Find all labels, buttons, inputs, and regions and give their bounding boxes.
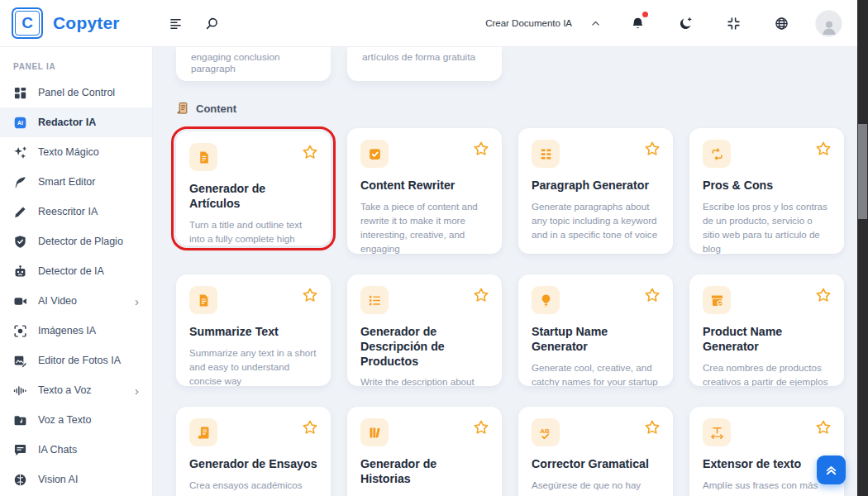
- ai-chip-icon: AI: [13, 116, 27, 130]
- sidebar-item-label: Detector de IA: [38, 265, 104, 277]
- image-scan-icon: [13, 324, 27, 338]
- tool-card-product-name-generator[interactable]: Product Name GeneratorCrea nombres de pr…: [689, 274, 844, 386]
- sidebar-item-label: Editor de Fotos IA: [38, 355, 121, 366]
- text-width-icon: [703, 418, 731, 446]
- sparkles-icon: [13, 145, 27, 160]
- chevron-up-icon[interactable]: [587, 15, 603, 31]
- sidebar-item-label: Panel de Control: [38, 87, 115, 98]
- sidebar: PANEL IA Panel de ControlAIRedactor IATe…: [0, 47, 153, 496]
- checklist-icon: [360, 286, 389, 314]
- tool-card-generador-de-historias[interactable]: Generador de HistoriasPermita que la IA …: [347, 407, 502, 496]
- sidebar-item-voz-a-texto[interactable]: Voz a Texto: [0, 405, 152, 435]
- user-avatar[interactable]: [815, 10, 842, 37]
- tool-card-description: Permita que la IA genere historias creat…: [360, 493, 489, 496]
- essay-scroll-icon: [189, 418, 217, 446]
- tool-card-title: Pros & Cons: [703, 179, 831, 193]
- brand-name: Copyter: [53, 13, 120, 33]
- svg-text:AI: AI: [17, 120, 23, 126]
- favorite-star-icon[interactable]: [473, 287, 489, 303]
- paragraph-icon: [532, 140, 560, 168]
- create-document-button[interactable]: Crear Documento IA: [485, 18, 572, 28]
- menu-icon[interactable]: [161, 9, 189, 37]
- favorite-star-icon[interactable]: [473, 141, 489, 157]
- partial-card-text: artículos de forma gratuita: [362, 51, 475, 63]
- tool-card-corrector-gramatical[interactable]: ABCorrector GramaticalAsegúrese de que n…: [518, 407, 673, 496]
- sidebar-item-label: Voz a Texto: [38, 414, 91, 426]
- favorite-star-icon[interactable]: [815, 419, 832, 436]
- sidebar-item-panel-de-control[interactable]: Panel de Control: [0, 78, 152, 107]
- sidebar-item-label: Imágenes IA: [38, 325, 96, 336]
- tool-card-description: Crea nombres de productos creativos a pa…: [703, 360, 831, 387]
- pencil-icon: [13, 205, 27, 219]
- tool-card-title: Summarize Text: [189, 325, 317, 340]
- shield-check-icon: [13, 235, 27, 249]
- tool-card-summarize-text[interactable]: Summarize TextSummarize any text in a sh…: [176, 274, 331, 386]
- sidebar-item-redactor-ia[interactable]: AIRedactor IA: [0, 107, 152, 137]
- sidebar-section-label: PANEL IA: [13, 62, 152, 71]
- favorite-star-icon[interactable]: [302, 144, 318, 160]
- tool-card-generador-de-descripci-n-de-productos[interactable]: Generador de Descripción de ProductosWri…: [347, 274, 502, 386]
- video-icon: [13, 294, 27, 308]
- sidebar-item-detector-de-ia[interactable]: Detector de IA: [0, 256, 152, 286]
- page-scrollbar[interactable]: [857, 0, 868, 496]
- sidebar-item-reescritor-ia[interactable]: Reescritor IA: [0, 197, 152, 227]
- sidebar-item-vision-ai[interactable]: Vision AI: [0, 465, 152, 494]
- sidebar-item-detector-de-plagio[interactable]: Detector de Plagio: [0, 227, 152, 256]
- favorite-star-icon[interactable]: [644, 419, 661, 436]
- tool-card-description: Generate paragraphs about any topic incl…: [532, 199, 660, 241]
- sidebar-item-im-genes-ia[interactable]: Imágenes IA: [0, 316, 152, 346]
- double-chevron-up-icon: [824, 463, 838, 477]
- swap-arrows-icon: [703, 140, 731, 168]
- favorite-star-icon[interactable]: [815, 141, 832, 157]
- tool-card-generador-de-art-culos[interactable]: Generador de ArtículosTurn a title and o…: [176, 131, 331, 246]
- article-icon: [189, 143, 217, 171]
- waveform-icon: [13, 384, 27, 398]
- notification-dot: [642, 12, 648, 17]
- sidebar-item-texto-m-gico[interactable]: Texto Mágico: [0, 137, 152, 167]
- tool-card-paragraph-generator[interactable]: Paragraph GeneratorGenerate paragraphs a…: [518, 128, 673, 254]
- tool-card-title: Generador de Descripción de Productos: [360, 325, 489, 369]
- favorite-star-icon[interactable]: [302, 287, 318, 303]
- scrollbar-thumb[interactable]: [858, 124, 867, 219]
- photo-editor-icon: [13, 354, 27, 368]
- favorite-star-icon[interactable]: [644, 287, 661, 303]
- brand-logo[interactable]: C Copyter: [0, 7, 153, 39]
- favorite-star-icon[interactable]: [473, 419, 489, 436]
- tool-card-generador-de-ensayos[interactable]: Generador de EnsayosCrea ensayos académi…: [176, 407, 331, 496]
- partial-card[interactable]: engaging conclusion paragraph: [176, 47, 331, 81]
- tool-card-pros-cons[interactable]: Pros & ConsEscribe los pros y los contra…: [689, 128, 844, 254]
- sidebar-item-label: Texto a Voz: [38, 384, 92, 396]
- svg-text:AB: AB: [540, 427, 550, 434]
- sidebar-item-smart-editor[interactable]: Smart Editor: [0, 167, 152, 197]
- tool-card-content-rewriter[interactable]: Content RewriterTake a piece of content …: [347, 128, 502, 254]
- bell-icon[interactable]: [623, 9, 651, 37]
- scroll-to-top-button[interactable]: [817, 455, 846, 484]
- tool-card-startup-name-generator[interactable]: Startup Name GeneratorGenerate cool, cre…: [518, 274, 673, 386]
- sidebar-item-label: Texto Mágico: [38, 146, 99, 158]
- search-icon[interactable]: [198, 9, 226, 37]
- sidebar-item-texto-a-voz[interactable]: Texto a Voz›: [0, 375, 152, 405]
- favorite-star-icon[interactable]: [815, 287, 832, 303]
- moon-icon[interactable]: [671, 9, 699, 37]
- partial-card[interactable]: artículos de forma gratuita: [347, 47, 502, 81]
- tool-card-title: Corrector Gramatical: [532, 457, 660, 472]
- logo-letter: C: [15, 11, 40, 36]
- favorite-star-icon[interactable]: [644, 141, 661, 157]
- sidebar-item-ai-video[interactable]: AI Video›: [0, 286, 152, 316]
- tool-card-title: Generador de Artículos: [189, 182, 317, 212]
- compress-icon[interactable]: [719, 9, 747, 37]
- sidebar-item-ia-chats[interactable]: IA Chats: [0, 435, 152, 465]
- sidebar-item-label: Reescritor IA: [38, 206, 98, 217]
- sidebar-items: Panel de ControlAIRedactor IATexto Mágic…: [0, 78, 152, 494]
- favorite-star-icon[interactable]: [302, 419, 318, 436]
- tool-card-description: Crea ensayos académicos creativos para v…: [189, 478, 317, 496]
- sidebar-item-label: Vision AI: [38, 474, 78, 485]
- sidebar-item-editor-de-fotos-ia[interactable]: Editor de Fotos IA: [0, 346, 152, 375]
- summary-doc-icon: [189, 286, 217, 314]
- sidebar-item-label: Redactor IA: [38, 117, 96, 128]
- top-header: C Copyter Crear Documento IA: [0, 0, 857, 47]
- globe-icon[interactable]: [767, 9, 795, 37]
- tool-card-title: Product Name Generator: [703, 325, 831, 355]
- books-icon: [360, 418, 389, 446]
- sidebar-item-label: Smart Editor: [38, 176, 95, 188]
